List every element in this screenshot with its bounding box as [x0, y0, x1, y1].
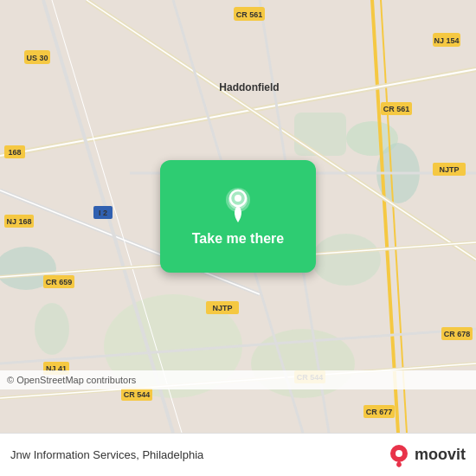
svg-text:Haddonfield: Haddonfield	[219, 81, 279, 93]
svg-point-3	[312, 234, 381, 286]
svg-point-61	[235, 195, 241, 202]
attribution-text: © OpenStreetMap contributors	[7, 375, 136, 385]
svg-text:168: 168	[8, 148, 21, 157]
map-container: CR 561 US 30 NJ 154 168 NJ 168 I 2 CR 56…	[0, 0, 476, 433]
svg-text:NJTP: NJTP	[439, 165, 459, 174]
location-title: Jnw Information Services, Philadelphia	[10, 448, 203, 461]
svg-text:CR 677: CR 677	[366, 408, 393, 416]
svg-text:CR 561: CR 561	[383, 105, 410, 113]
svg-text:NJTP: NJTP	[212, 304, 232, 312]
svg-text:CR 678: CR 678	[444, 330, 471, 338]
moovit-text: moovit	[415, 446, 466, 464]
svg-text:NJ 154: NJ 154	[434, 36, 459, 45]
take-me-there-button[interactable]: Take me there	[160, 160, 316, 273]
bottom-bar: Jnw Information Services, Philadelphia m…	[0, 433, 476, 476]
svg-text:I 2: I 2	[99, 209, 107, 217]
svg-point-5	[35, 303, 69, 355]
svg-rect-6	[294, 113, 346, 156]
cta-label: Take me there	[192, 231, 284, 247]
location-pin-icon	[219, 186, 257, 224]
svg-text:US 30: US 30	[26, 54, 48, 62]
svg-point-63	[396, 450, 402, 457]
svg-text:NJ 168: NJ 168	[6, 217, 31, 226]
map-attribution: © OpenStreetMap contributors	[0, 370, 476, 389]
svg-text:CR 544: CR 544	[124, 390, 151, 399]
svg-text:CR 561: CR 561	[236, 10, 263, 19]
moovit-logo: moovit	[387, 443, 466, 467]
moovit-icon	[387, 443, 411, 467]
svg-text:CR 659: CR 659	[46, 278, 73, 286]
